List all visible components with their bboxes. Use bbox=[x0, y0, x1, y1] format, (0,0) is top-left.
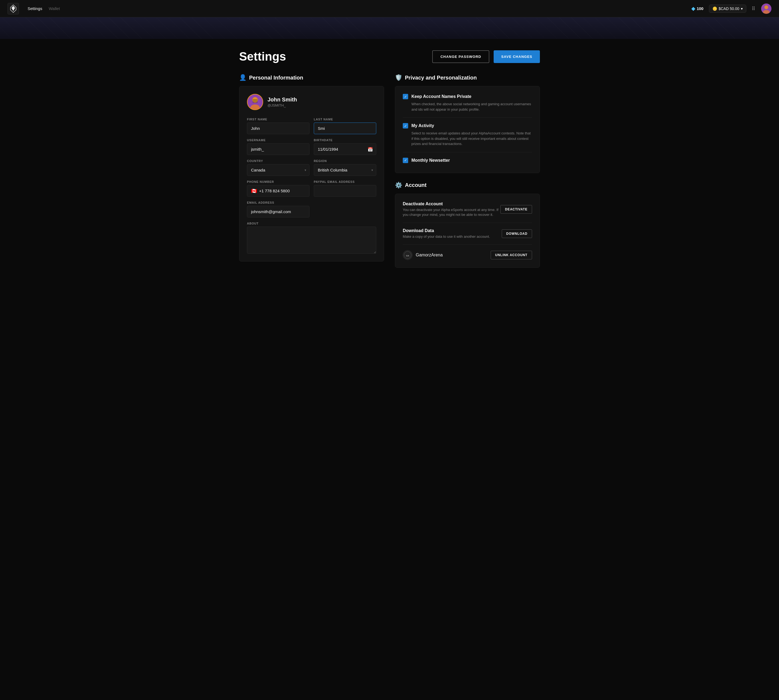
personal-info-section: 👤 Personal Information John bbox=[239, 74, 384, 262]
phone-group: PHONE NUMBER 🇨🇦 bbox=[247, 180, 309, 197]
nav-left: ALPHA Settings Wallet bbox=[8, 3, 60, 14]
account-section-title: ⚙️ Account bbox=[395, 182, 540, 189]
checkbox-newsletter[interactable]: ✓ bbox=[403, 158, 408, 163]
country-region-row: COUNTRY Canada United States United King… bbox=[247, 159, 376, 176]
checkbox-activity[interactable]: ✓ bbox=[403, 123, 408, 128]
svg-rect-10 bbox=[253, 99, 258, 103]
user-avatar bbox=[247, 94, 263, 110]
deactivate-info: Deactivate Account You can deactivate yo… bbox=[403, 202, 500, 217]
paypal-input[interactable] bbox=[314, 185, 376, 197]
privacy-icon: 🛡️ bbox=[395, 74, 402, 81]
navbar: ALPHA Settings Wallet ◆ 100 🪙 $CAD 50.00… bbox=[0, 0, 779, 17]
about-label: ABOUT bbox=[247, 222, 376, 225]
privacy-desc-0: When checked, the above social networkin… bbox=[403, 102, 532, 112]
nav-settings[interactable]: Settings bbox=[28, 6, 42, 11]
deactivate-desc: You can deactivate your Alpha eSports ac… bbox=[403, 207, 500, 217]
email-input[interactable] bbox=[247, 206, 309, 217]
region-label: REGION bbox=[314, 159, 376, 163]
change-password-button[interactable]: CHANGE PASSWORD bbox=[432, 50, 489, 63]
country-label: COUNTRY bbox=[247, 159, 309, 163]
wallet-icon: 🪙 bbox=[712, 7, 717, 11]
nav-right: ◆ 100 🪙 $CAD 50.00 ▾ ⠿ bbox=[691, 3, 771, 14]
privacy-title-0: Keep Account Names Private bbox=[411, 94, 472, 99]
user-avatar-nav[interactable] bbox=[761, 3, 771, 14]
email-row: EMAIL ADDRESS bbox=[247, 201, 376, 217]
save-changes-button[interactable]: SAVE CHANGES bbox=[494, 50, 540, 63]
account-item-deactivate: Deactivate Account You can deactivate yo… bbox=[403, 202, 532, 223]
privacy-item-header-0: ✓ Keep Account Names Private bbox=[403, 94, 532, 99]
personal-info-title: 👤 Personal Information bbox=[239, 74, 384, 81]
checkbox-account-names[interactable]: ✓ bbox=[403, 94, 408, 99]
nav-links: Settings Wallet bbox=[28, 6, 60, 11]
nav-wallet[interactable]: Wallet bbox=[49, 6, 60, 11]
user-handle: @JSMITH_ bbox=[267, 103, 297, 107]
phone-paypal-row: PHONE NUMBER 🇨🇦 PAYPAL EMAIL ADDRESS bbox=[247, 180, 376, 197]
calendar-icon: 📅 bbox=[368, 147, 373, 152]
birthdate-group: BIRTHDATE 📅 bbox=[314, 138, 376, 155]
first-name-label: FIRST NAME bbox=[247, 118, 309, 121]
download-info: Download Data Make a copy of your data t… bbox=[403, 228, 490, 239]
privacy-panel: ✓ Keep Account Names Private When checke… bbox=[395, 86, 540, 173]
privacy-title-1: My Activity bbox=[411, 123, 434, 128]
username-input[interactable] bbox=[247, 143, 309, 155]
last-name-label: LAST NAME bbox=[314, 118, 376, 121]
download-desc: Make a copy of your data to use it with … bbox=[403, 234, 490, 239]
birthdate-wrapper: 📅 bbox=[314, 143, 376, 155]
page-content: Settings CHANGE PASSWORD SAVE CHANGES 👤 … bbox=[233, 39, 546, 284]
account-icon: ⚙️ bbox=[395, 182, 402, 189]
unlink-button[interactable]: UNLINK ACCOUNT bbox=[490, 251, 532, 259]
diamonds-count: 100 bbox=[697, 6, 704, 11]
privacy-item-header-1: ✓ My Activity bbox=[403, 123, 532, 128]
personal-info-panel: John Smith @JSMITH_ FIRST NAME LAST NAME bbox=[239, 86, 384, 262]
name-row: FIRST NAME LAST NAME bbox=[247, 118, 376, 134]
phone-flag: 🇨🇦 bbox=[251, 188, 257, 194]
paypal-label: PAYPAL EMAIL ADDRESS bbox=[314, 180, 376, 183]
country-select-wrapper: Canada United States United Kingdom ▾ bbox=[247, 164, 309, 176]
region-group: REGION British Columbia Ontario Quebec A… bbox=[314, 159, 376, 176]
privacy-item-activity: ✓ My Activity Select to receive email up… bbox=[403, 118, 532, 152]
gamerzarena-title: GamorzArena bbox=[416, 253, 443, 257]
account-panel: Deactivate Account You can deactivate yo… bbox=[395, 194, 540, 268]
about-textarea[interactable] bbox=[247, 227, 376, 254]
last-name-input[interactable] bbox=[314, 123, 376, 134]
svg-point-5 bbox=[764, 5, 768, 9]
two-col-layout: 👤 Personal Information John bbox=[239, 74, 540, 268]
diamonds-display: ◆ 100 bbox=[691, 6, 704, 12]
header-buttons: CHANGE PASSWORD SAVE CHANGES bbox=[432, 50, 540, 63]
deactivate-button[interactable]: DEACTIVATE bbox=[500, 205, 532, 214]
privacy-title-2: Monthly Newsetter bbox=[411, 158, 450, 163]
wallet-chevron-icon: ▾ bbox=[741, 7, 743, 11]
country-select[interactable]: Canada United States United Kingdom bbox=[247, 164, 309, 176]
logo-icon: ALPHA bbox=[8, 3, 19, 14]
right-column: 🛡️ Privacy and Personalization ✓ Keep Ac… bbox=[395, 74, 540, 268]
personal-info-icon: 👤 bbox=[239, 74, 247, 81]
gamerzarena-logo: GA bbox=[403, 250, 412, 260]
account-section: ⚙️ Account Deactivate Account You can de… bbox=[395, 182, 540, 268]
first-name-input[interactable] bbox=[247, 123, 309, 134]
user-info: John Smith @JSMITH_ bbox=[267, 97, 297, 107]
username-label: USERNAME bbox=[247, 138, 309, 142]
grid-icon[interactable]: ⠿ bbox=[752, 6, 756, 12]
user-name: John Smith bbox=[267, 97, 297, 103]
account-item-download: Download Data Make a copy of your data t… bbox=[403, 223, 532, 245]
gamerzarena-row: GA GamorzArena bbox=[403, 250, 443, 260]
privacy-desc-1: Select to receive email updates about yo… bbox=[403, 131, 532, 147]
region-select[interactable]: British Columbia Ontario Quebec Alberta bbox=[314, 164, 376, 176]
download-button[interactable]: DOWNLOAD bbox=[502, 229, 532, 238]
svg-text:GA: GA bbox=[406, 255, 409, 257]
page-title: Settings bbox=[239, 50, 286, 63]
birthdate-input[interactable] bbox=[314, 143, 376, 155]
paypal-group: PAYPAL EMAIL ADDRESS bbox=[314, 180, 376, 197]
email-group: EMAIL ADDRESS bbox=[247, 201, 309, 217]
phone-input[interactable] bbox=[259, 185, 305, 197]
download-title: Download Data bbox=[403, 228, 490, 233]
logo-area: ALPHA bbox=[8, 3, 19, 14]
privacy-item-newsletter: ✓ Monthly Newsetter bbox=[403, 152, 532, 163]
first-name-group: FIRST NAME bbox=[247, 118, 309, 134]
hero-background bbox=[0, 17, 779, 39]
username-group: USERNAME bbox=[247, 138, 309, 155]
wallet-button[interactable]: 🪙 $CAD 50.00 ▾ bbox=[709, 5, 746, 13]
deactivate-title: Deactivate Account bbox=[403, 202, 500, 207]
username-birthdate-row: USERNAME BIRTHDATE 📅 bbox=[247, 138, 376, 155]
user-profile-row: John Smith @JSMITH_ bbox=[247, 94, 376, 110]
